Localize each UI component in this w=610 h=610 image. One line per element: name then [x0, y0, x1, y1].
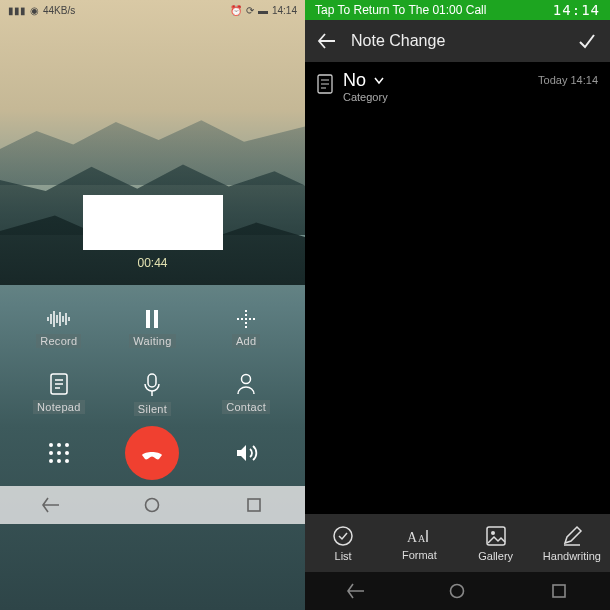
bottom-toolbar: List AA Format Gallery Handwriting: [305, 514, 610, 572]
notepad-button[interactable]: Notepad: [12, 372, 106, 416]
arrow-left-icon: [317, 31, 337, 51]
record-button[interactable]: Record: [12, 308, 106, 348]
pencil-icon: [561, 525, 583, 547]
svg-rect-42: [553, 585, 565, 597]
note-title[interactable]: No: [343, 70, 366, 91]
wifi-icon: ◉: [30, 5, 39, 16]
format-label: Format: [402, 549, 437, 561]
call-screen: ▮▮▮ ◉ 44KB/s ⏰ ⟳ ▬ 14:14 00:44 Record: [0, 0, 305, 610]
page-title: Note Change: [351, 32, 562, 50]
status-bar-left: ▮▮▮ ◉ 44KB/s ⏰ ⟳ ▬ 14:14: [0, 0, 305, 20]
add-label: Add: [232, 334, 260, 348]
check-icon: [576, 30, 598, 52]
format-button[interactable]: AA Format: [381, 514, 457, 572]
svg-rect-16: [148, 374, 156, 387]
svg-point-24: [65, 451, 69, 455]
svg-point-20: [57, 443, 61, 447]
svg-rect-8: [146, 310, 150, 328]
svg-point-39: [491, 531, 495, 535]
status-clock: 14:14: [553, 2, 600, 18]
speaker-icon: [233, 440, 259, 466]
alarm-icon: ⏰: [230, 5, 242, 16]
mic-icon: [142, 372, 162, 398]
svg-point-19: [49, 443, 53, 447]
nav-bar-left: [0, 486, 305, 524]
contact-button[interactable]: Contact: [199, 372, 293, 416]
waiting-button[interactable]: Waiting: [106, 308, 200, 348]
gallery-button[interactable]: Gallery: [458, 514, 534, 572]
svg-point-34: [334, 527, 352, 545]
note-header: No Category Today 14:14: [305, 62, 610, 111]
checklist-icon: [332, 525, 354, 547]
dropdown-icon[interactable]: [374, 77, 384, 85]
end-call-button[interactable]: [125, 426, 179, 480]
nav-back-icon[interactable]: [42, 496, 60, 514]
record-label: Record: [36, 334, 81, 348]
nav-bar-right: [305, 572, 610, 610]
category-label[interactable]: Category: [343, 91, 528, 103]
nav-recent-icon[interactable]: [245, 496, 263, 514]
title-bar: Note Change: [305, 20, 610, 62]
note-screen: Tap To Return To The 01:00 Call 14:14 No…: [305, 0, 610, 610]
svg-point-25: [49, 459, 53, 463]
waiting-label: Waiting: [129, 334, 175, 348]
silent-button[interactable]: Silent: [106, 372, 200, 416]
svg-point-28: [146, 499, 159, 512]
silent-label: Silent: [134, 402, 171, 416]
note-body[interactable]: [305, 111, 610, 514]
caller-name-box: [83, 195, 223, 250]
dialpad-icon: [46, 440, 72, 466]
nav-home-icon[interactable]: [448, 582, 466, 600]
nav-home-icon[interactable]: [143, 496, 161, 514]
svg-rect-9: [154, 310, 158, 328]
svg-point-27: [65, 459, 69, 463]
contact-label: Contact: [222, 400, 270, 414]
text-format-icon: AA: [407, 526, 431, 546]
list-button[interactable]: List: [305, 514, 381, 572]
waveform-icon: [46, 308, 72, 330]
gallery-label: Gallery: [478, 550, 513, 562]
svg-point-21: [65, 443, 69, 447]
svg-rect-29: [248, 499, 260, 511]
speaker-button[interactable]: [233, 440, 259, 466]
add-button[interactable]: Add: [199, 308, 293, 348]
sync-icon: ⟳: [246, 5, 254, 16]
return-to-call-bar[interactable]: Tap To Return To The 01:00 Call 14:14: [305, 0, 610, 20]
svg-point-23: [57, 451, 61, 455]
status-time: 14:14: [272, 5, 297, 16]
svg-point-26: [57, 459, 61, 463]
handwriting-button[interactable]: Handwriting: [534, 514, 610, 572]
note-timestamp: Today 14:14: [538, 74, 598, 86]
call-duration: 00:44: [0, 256, 305, 270]
signal-icon: ▮▮▮: [8, 5, 26, 16]
svg-point-18: [242, 375, 251, 384]
document-icon: [317, 74, 333, 94]
nav-back-icon[interactable]: [347, 582, 365, 600]
person-icon: [235, 372, 257, 396]
notepad-label: Notepad: [33, 400, 85, 414]
notepad-icon: [48, 372, 70, 396]
svg-point-22: [49, 451, 53, 455]
battery-icon: ▬: [258, 5, 268, 16]
network-speed: 44KB/s: [43, 5, 75, 16]
confirm-button[interactable]: [576, 30, 598, 52]
pause-icon: [141, 308, 163, 330]
svg-text:A: A: [407, 530, 418, 545]
nav-recent-icon[interactable]: [550, 582, 568, 600]
back-button[interactable]: [317, 31, 337, 51]
phone-hangup-icon: [137, 438, 167, 468]
return-to-call-text: Tap To Return To The 01:00 Call: [315, 3, 486, 17]
svg-point-41: [451, 585, 464, 598]
plus-icon: [235, 308, 257, 330]
svg-text:A: A: [418, 533, 426, 544]
dialpad-button[interactable]: [46, 440, 72, 466]
list-label: List: [335, 550, 352, 562]
image-icon: [485, 525, 507, 547]
handwriting-label: Handwriting: [543, 550, 601, 562]
